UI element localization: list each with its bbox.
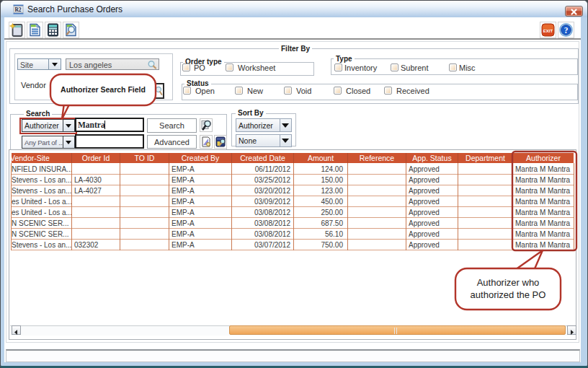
svg-text:R2: R2 [14, 6, 21, 13]
svg-text:?: ? [564, 26, 569, 35]
svg-text:EXIT: EXIT [543, 29, 553, 33]
